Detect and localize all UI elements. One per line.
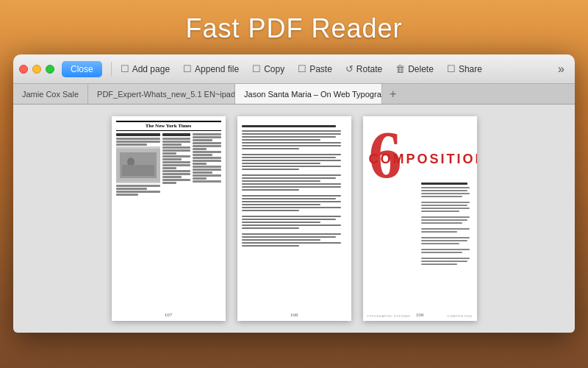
traffic-lights	[19, 65, 54, 74]
traffic-light-minimize[interactable]	[32, 65, 41, 74]
content-area: The New York Times	[13, 105, 575, 333]
tab-jason-santa-label: Jason Santa Maria – On Web Typogra...	[244, 90, 382, 99]
copy-label: Copy	[264, 64, 284, 74]
add-page-button[interactable]: ☐ Add page	[115, 60, 176, 77]
page107-content: The New York Times	[112, 116, 226, 201]
tab-jamie-cox[interactable]: Jamie Cox Sale	[13, 84, 88, 104]
svg-rect-3	[122, 165, 154, 176]
paste-icon: ☐	[298, 63, 306, 74]
pdf-page-108: 108	[237, 116, 351, 321]
page109-number: 109	[363, 312, 477, 318]
tabs-bar: Jamie Cox Sale PDF_Expert-Whats_new_5.1 …	[13, 84, 575, 105]
page108-content	[237, 116, 351, 254]
page107-image	[116, 146, 160, 183]
delete-label: Delete	[408, 64, 434, 74]
add-page-icon: ☐	[121, 63, 129, 74]
paste-button[interactable]: ☐ Paste	[292, 60, 338, 77]
rotate-icon: ↺	[345, 63, 354, 74]
rotate-button[interactable]: ↺ Rotate	[340, 60, 388, 77]
delete-icon: 🗑	[395, 63, 405, 74]
traffic-light-maximize[interactable]	[46, 65, 54, 74]
add-page-label: Add page	[132, 64, 170, 74]
copy-icon: ☐	[252, 63, 261, 74]
tab-pdf-expert[interactable]: PDF_Expert-Whats_new_5.1 EN~ipad ✕	[88, 84, 235, 104]
pdf-page-109: 6 COMPOSITION	[363, 116, 477, 321]
close-button[interactable]: Close	[62, 61, 102, 77]
tab-add-button[interactable]: +	[382, 84, 404, 104]
share-icon: ☐	[447, 63, 456, 74]
traffic-light-close[interactable]	[19, 65, 28, 74]
tab-pdf-expert-label: PDF_Expert-Whats_new_5.1 EN~ipad	[97, 90, 235, 99]
copy-button[interactable]: ☐ Copy	[246, 60, 290, 77]
app-title: Fast PDF Reader	[0, 0, 588, 54]
page107-number: 107	[112, 312, 226, 318]
toolbar-divider-1	[111, 62, 112, 77]
paste-label: Paste	[309, 64, 332, 74]
pdf-page-107: The New York Times	[112, 116, 226, 321]
append-file-button[interactable]: ☐ Append file	[177, 60, 245, 77]
page109-content: 6 COMPOSITION	[363, 116, 477, 321]
tab-jason-santa[interactable]: Jason Santa Maria – On Web Typogra... ✕	[235, 84, 382, 104]
share-button[interactable]: ☐ Share	[441, 60, 488, 77]
rotate-label: Rotate	[356, 64, 382, 74]
share-label: Share	[459, 64, 482, 74]
toolbar: Close ☐ Add page ☐ Append file ☐ Copy ☐ …	[13, 54, 575, 84]
append-file-icon: ☐	[183, 63, 192, 74]
append-file-label: Append file	[195, 64, 239, 74]
page108-number: 108	[237, 312, 351, 318]
app-window: Close ☐ Add page ☐ Append file ☐ Copy ☐ …	[13, 54, 575, 333]
page109-title: COMPOSITION	[369, 152, 477, 167]
page107-header: The New York Times	[116, 121, 221, 131]
delete-button[interactable]: 🗑 Delete	[390, 60, 440, 77]
tab-jamie-cox-label: Jamie Cox Sale	[22, 90, 79, 99]
more-button[interactable]: »	[553, 63, 569, 76]
